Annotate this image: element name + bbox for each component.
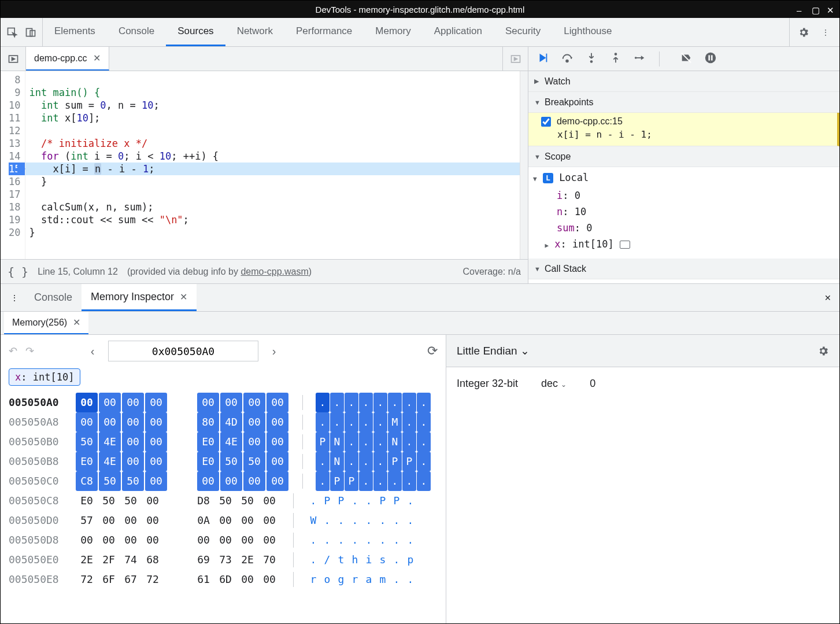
panel-tab-lighthouse[interactable]: Lighthouse	[552, 18, 623, 46]
svg-rect-7	[546, 54, 547, 62]
drawer-tab-memory-inspector[interactable]: Memory Inspector✕	[82, 284, 197, 311]
addr-prev-icon[interactable]: ‹	[85, 345, 100, 358]
value-interpreter-row: Integer 32-bit dec ⌄ 0	[446, 367, 839, 400]
panel-tab-console[interactable]: Console	[107, 18, 166, 46]
value-interpreter-header: Little Endian ⌄	[446, 335, 839, 367]
close-tab-icon[interactable]: ✕	[73, 317, 80, 328]
panel-tab-performance[interactable]: Performance	[284, 18, 364, 46]
file-tab-label: demo-cpp.cc	[34, 53, 87, 64]
panel-tab-network[interactable]: Network	[225, 18, 284, 46]
drawer-menu-icon[interactable]: ⋮	[4, 284, 25, 311]
panel-tab-sources[interactable]: Sources	[166, 18, 225, 46]
window-minimize-icon[interactable]: –	[797, 5, 805, 13]
run-snippet-icon[interactable]	[502, 47, 528, 71]
step-icon[interactable]	[634, 51, 646, 66]
history-back-icon[interactable]: ↶	[9, 345, 17, 357]
file-tab-demo-cpp[interactable]: demo-cpp.cc ✕	[26, 47, 109, 71]
hex-row[interactable]: 005050A800000000804D0000.....M..	[9, 412, 438, 432]
devtools-tabbar: ElementsConsoleSourcesNetworkPerformance…	[1, 18, 839, 47]
svg-rect-14	[711, 55, 713, 60]
hex-viewer[interactable]: 005050A00000000000000000........005050A8…	[1, 393, 446, 597]
svg-point-10	[615, 53, 617, 56]
window-titlebar: DevTools - memory-inspector.glitch.me/de…	[1, 1, 839, 18]
navigator-toggle-icon[interactable]	[1, 47, 26, 71]
format-select[interactable]: dec ⌄	[541, 378, 567, 390]
panel-tab-application[interactable]: Application	[423, 18, 494, 46]
scope-local: ▼ L Local i: 0 n: 10 sum: 0 ▶ x: int[10]	[528, 167, 839, 259]
reveal-in-memory-icon[interactable]	[620, 241, 630, 249]
hex-row[interactable]: 005050D80000000000000000........	[9, 530, 438, 550]
drawer-tabbar: ⋮ Console Memory Inspector✕ ✕	[1, 284, 839, 312]
breakpoint-item[interactable]: demo-cpp.cc:15 x[i] = n - i - 1;	[528, 113, 839, 146]
hex-row[interactable]: 005050A00000000000000000........	[9, 393, 438, 412]
svg-marker-6	[514, 57, 517, 60]
interpreter-settings-icon[interactable]	[817, 345, 829, 357]
debug-info-source: (provided via debug info by demo-cpp.was…	[127, 267, 312, 277]
breakpoint-code: x[i] = n - i - 1;	[541, 127, 831, 140]
hex-row[interactable]: 005050D0570000000A000000W.......	[9, 511, 438, 530]
coverage-status: Coverage: n/a	[462, 267, 521, 277]
section-callstack[interactable]: ▼Call Stack	[528, 259, 839, 279]
int-type-label: Integer 32-bit	[457, 378, 518, 390]
cursor-position: Line 15, Column 12	[38, 267, 118, 277]
hex-row[interactable]: 005050C0C850500000000000.PP.....	[9, 471, 438, 491]
editor-statusbar: { } Line 15, Column 12 (provided via deb…	[1, 259, 528, 283]
memory-toolbar: ↶ ↷ ‹ › ⟳	[1, 335, 446, 367]
svg-point-9	[590, 60, 593, 63]
hex-row[interactable]: 005050C8E0505000D8505000.PP..PP.	[9, 491, 438, 511]
step-out-icon[interactable]	[609, 51, 622, 66]
hex-row[interactable]: 005050B0504E0000E04E0000PN...N..	[9, 432, 438, 452]
code-content: int main() { int sum = 0, n = 10; int x[…	[25, 71, 520, 259]
svg-point-11	[635, 57, 637, 59]
history-fwd-icon[interactable]: ↷	[25, 345, 34, 357]
device-toolbar-icon[interactable]	[25, 27, 36, 38]
more-menu-icon[interactable]: ⋮	[820, 27, 831, 38]
pretty-print-icon[interactable]: { }	[8, 265, 28, 279]
breakpoint-label: demo-cpp.cc:15	[557, 116, 623, 127]
breakpoint-checkbox[interactable]	[541, 117, 551, 127]
close-drawer-icon[interactable]: ✕	[816, 284, 839, 311]
hex-row[interactable]: 005050B8E04E0000E0505000.N...PP.	[9, 452, 438, 471]
memory-tabbar: Memory(256) ✕	[1, 312, 839, 335]
window-maximize-icon[interactable]: ▢	[812, 5, 820, 13]
panel-tab-elements[interactable]: Elements	[43, 18, 107, 46]
drawer-tab-console[interactable]: Console	[25, 284, 82, 311]
refresh-icon[interactable]: ⟳	[427, 344, 438, 359]
interpreted-value: 0	[590, 378, 595, 390]
step-over-icon[interactable]	[561, 51, 573, 66]
debugger-toolbar	[528, 47, 839, 71]
svg-rect-1	[27, 28, 32, 36]
wasm-link[interactable]: demo-cpp.wasm	[240, 267, 308, 276]
panel-tab-memory[interactable]: Memory	[364, 18, 422, 46]
settings-gear-icon[interactable]	[798, 27, 809, 38]
address-input[interactable]	[108, 341, 258, 361]
svg-rect-2	[30, 30, 35, 36]
source-editor[interactable]: 891011121314151617181920 int main() { in…	[1, 71, 528, 259]
svg-rect-13	[708, 55, 710, 60]
window-close-icon[interactable]: ✕	[827, 5, 835, 13]
svg-marker-4	[12, 57, 14, 60]
window-title: DevTools - memory-inspector.glitch.me/de…	[316, 5, 525, 14]
endianness-select[interactable]: Little Endian ⌄	[457, 344, 530, 357]
step-into-icon[interactable]	[585, 51, 598, 66]
svg-point-8	[566, 60, 568, 62]
section-breakpoints[interactable]: ▼Breakpoints	[528, 92, 839, 113]
addr-next-icon[interactable]: ›	[267, 345, 282, 358]
file-tabbar: demo-cpp.cc ✕	[1, 47, 528, 71]
section-scope[interactable]: ▼Scope	[528, 146, 839, 167]
panel-tab-security[interactable]: Security	[494, 18, 552, 46]
close-tab-icon[interactable]: ✕	[180, 291, 187, 302]
resume-icon[interactable]	[536, 51, 549, 66]
memory-tab[interactable]: Memory(256) ✕	[4, 312, 88, 334]
inspect-element-icon[interactable]	[6, 27, 18, 38]
pause-exceptions-icon[interactable]	[704, 51, 717, 66]
hex-row[interactable]: 005050E8726F6772616D0000rogram..	[9, 570, 438, 589]
close-tab-icon[interactable]: ✕	[93, 53, 101, 64]
object-chip[interactable]: x: int[10]	[9, 368, 80, 386]
svg-point-12	[705, 53, 716, 63]
hex-row[interactable]: 005050E02E2F746869732E70./this.p	[9, 550, 438, 570]
section-watch[interactable]: ▶Watch	[528, 71, 839, 92]
deactivate-breakpoints-icon[interactable]	[680, 51, 693, 66]
